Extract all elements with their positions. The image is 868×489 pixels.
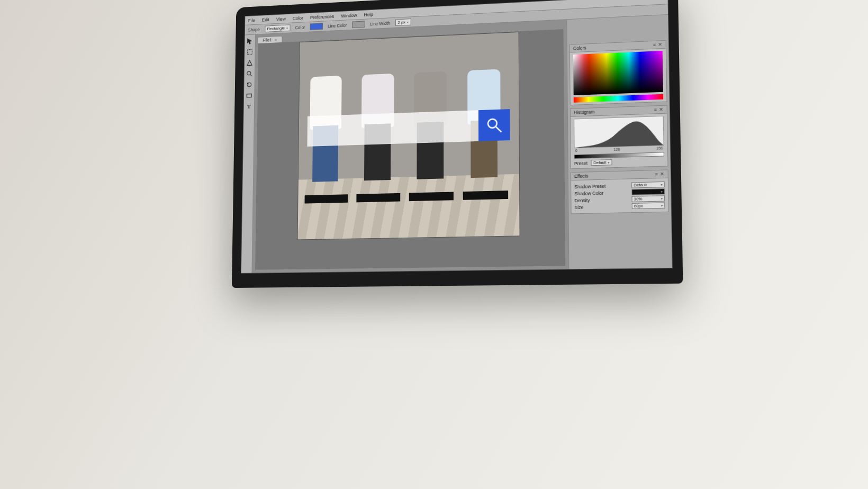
svg-point-1 (247, 71, 251, 75)
svg-point-4 (488, 119, 497, 128)
search-input[interactable] (308, 110, 478, 147)
menu-view[interactable]: View (276, 16, 286, 21)
svg-line-5 (496, 127, 501, 132)
svg-rect-0 (247, 49, 252, 55)
marquee-icon (247, 48, 253, 55)
menu-file[interactable]: File (248, 17, 255, 23)
triangle-icon (247, 59, 253, 66)
line-width-label: Line Width (370, 21, 390, 26)
histogram-panel-title: Histogram (574, 109, 594, 115)
shape-select[interactable]: Rectangle (265, 24, 290, 32)
panel-close-icon[interactable]: ✕ (660, 171, 665, 177)
shadow-color-select[interactable] (631, 188, 665, 195)
histogram-graph (574, 116, 664, 148)
density-label: Density (574, 197, 590, 203)
line-width-select[interactable]: 2 px (395, 19, 411, 26)
svg-rect-3 (247, 94, 251, 97)
panel-close-icon[interactable]: ✕ (659, 107, 663, 112)
histogram-scale-min: 0 (575, 149, 577, 152)
pointer-icon (247, 38, 253, 44)
menu-window[interactable]: Window (341, 13, 357, 19)
menu-preferences[interactable]: Preferences (310, 14, 334, 20)
shadow-preset-select[interactable]: Default (631, 182, 665, 188)
effects-panel-title: Effects (574, 173, 588, 179)
search-overlay (308, 109, 510, 147)
menu-edit[interactable]: Edit (262, 17, 269, 22)
panel-close-icon[interactable]: ✕ (658, 42, 662, 47)
pointer-tool[interactable] (246, 37, 254, 45)
canvas-area: File1 × (252, 20, 568, 273)
magnifier-icon (246, 70, 252, 77)
text-tool[interactable]: T (245, 102, 253, 111)
canvas-frame (255, 29, 565, 270)
image-chair (463, 191, 508, 200)
shape-tool[interactable] (246, 58, 254, 67)
zoom-tool[interactable] (246, 69, 254, 78)
workspace: T File1 × (241, 15, 672, 273)
colors-panel: Colors ≡ ✕ (569, 40, 667, 105)
histogram-scale-max: 256 (656, 146, 663, 150)
app-window: File Edit View Color Preferences Window … (241, 0, 673, 274)
shadow-color-label: Shadow Color (574, 190, 603, 196)
panel-menu-icon[interactable]: ≡ (655, 171, 658, 177)
svg-line-2 (250, 74, 252, 76)
document-tab-close[interactable]: × (275, 38, 277, 42)
laptop-frame: File Edit View Color Preferences Window … (232, 0, 683, 288)
shadow-preset-label: Shadow Preset (574, 183, 605, 189)
menu-color[interactable]: Color (293, 15, 303, 21)
marquee-tool[interactable] (246, 48, 254, 56)
search-button[interactable] (478, 109, 510, 141)
document-tab-label: File1 (263, 38, 272, 43)
effects-panel: Effects ≡ ✕ Shadow Preset Default Shadow… (571, 169, 669, 214)
histogram-scale-mid: 128 (613, 148, 620, 151)
histogram-preset-label: Preset (574, 160, 587, 166)
menu-help[interactable]: Help (364, 12, 374, 17)
panel-menu-icon[interactable]: ≡ (654, 107, 657, 112)
rectangle-tool[interactable] (245, 91, 253, 99)
image-chair (356, 193, 400, 202)
size-label: Size (575, 204, 584, 210)
color-picker-field[interactable] (573, 51, 663, 95)
colors-panel-title: Colors (573, 45, 586, 51)
panel-column: Colors ≡ ✕ Histogram (566, 15, 672, 269)
search-icon (485, 116, 503, 134)
line-color-swatch[interactable] (352, 21, 365, 28)
density-select[interactable]: 30% (632, 195, 665, 202)
image-chair (304, 194, 348, 203)
fill-color-swatch[interactable] (310, 23, 323, 30)
size-select[interactable]: 60px (632, 203, 665, 209)
rotate-tool[interactable] (246, 80, 254, 89)
histogram-preset-select[interactable]: Default (591, 159, 612, 166)
text-icon: T (247, 103, 251, 110)
image-chair (409, 192, 454, 201)
shape-label: Shape (248, 27, 260, 32)
panel-menu-icon[interactable]: ≡ (653, 42, 656, 48)
hue-slider[interactable] (574, 94, 663, 103)
histogram-panel: Histogram ≡ ✕ 0 (570, 105, 668, 169)
rectangle-icon (246, 92, 252, 99)
line-color-label: Line Color (328, 23, 347, 29)
color-label: Color (295, 24, 305, 30)
rotate-icon (246, 81, 252, 88)
canvas-image[interactable] (298, 32, 520, 239)
